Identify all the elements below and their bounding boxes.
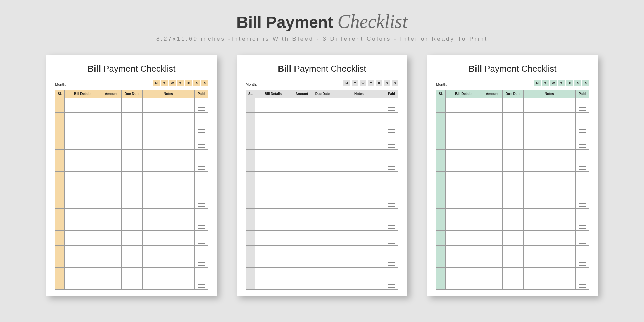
cell-notes[interactable] [143, 127, 195, 135]
cell-details[interactable] [255, 120, 291, 127]
cell-due[interactable] [503, 186, 524, 194]
cell-amount[interactable] [482, 282, 503, 290]
cell-amount[interactable] [291, 282, 312, 290]
cell-details[interactable] [65, 98, 101, 105]
day-box[interactable]: S [582, 80, 589, 86]
cell-details[interactable] [65, 209, 101, 216]
paid-checkbox[interactable] [388, 262, 395, 266]
cell-details[interactable] [65, 179, 101, 186]
cell-due[interactable] [312, 135, 333, 142]
cell-sl[interactable] [55, 179, 65, 186]
paid-checkbox[interactable] [388, 122, 395, 125]
day-box[interactable]: F [376, 80, 382, 86]
cell-notes[interactable] [143, 282, 195, 290]
cell-amount[interactable] [101, 164, 122, 172]
cell-details[interactable] [446, 238, 482, 246]
cell-notes[interactable] [143, 157, 195, 164]
paid-checkbox[interactable] [198, 270, 205, 273]
cell-details[interactable] [255, 209, 291, 216]
cell-amount[interactable] [101, 201, 122, 209]
cell-details[interactable] [65, 260, 101, 268]
cell-due[interactable] [503, 120, 524, 127]
cell-sl[interactable] [436, 113, 446, 120]
cell-sl[interactable] [55, 127, 65, 135]
cell-amount[interactable] [482, 260, 503, 268]
cell-notes[interactable] [143, 135, 195, 142]
cell-sl[interactable] [55, 201, 65, 209]
cell-details[interactable] [446, 150, 482, 157]
cell-notes[interactable] [333, 164, 385, 172]
cell-due[interactable] [503, 216, 524, 223]
cell-notes[interactable] [524, 253, 576, 260]
cell-amount[interactable] [291, 216, 312, 223]
paid-checkbox[interactable] [388, 284, 395, 288]
cell-due[interactable] [122, 98, 143, 105]
cell-amount[interactable] [291, 98, 312, 105]
cell-amount[interactable] [482, 120, 503, 127]
cell-amount[interactable] [291, 186, 312, 194]
cell-amount[interactable] [482, 127, 503, 135]
paid-checkbox[interactable] [198, 152, 205, 155]
cell-sl[interactable] [55, 268, 65, 275]
day-box[interactable]: T [542, 80, 549, 86]
cell-due[interactable] [503, 179, 524, 186]
paid-checkbox[interactable] [579, 137, 586, 140]
day-box[interactable]: T [177, 80, 184, 86]
cell-sl[interactable] [246, 260, 255, 268]
cell-due[interactable] [312, 275, 333, 282]
day-box[interactable]: T [161, 80, 168, 86]
cell-due[interactable] [122, 186, 143, 194]
cell-due[interactable] [312, 260, 333, 268]
cell-details[interactable] [255, 127, 291, 135]
cell-due[interactable] [312, 246, 333, 253]
cell-sl[interactable] [55, 194, 65, 201]
day-box[interactable]: W [169, 80, 176, 86]
cell-amount[interactable] [482, 246, 503, 253]
cell-due[interactable] [503, 98, 524, 105]
paid-checkbox[interactable] [579, 144, 586, 148]
cell-amount[interactable] [101, 142, 122, 150]
day-box[interactable]: M [534, 80, 541, 86]
cell-details[interactable] [65, 282, 101, 290]
cell-due[interactable] [503, 260, 524, 268]
cell-amount[interactable] [291, 246, 312, 253]
cell-sl[interactable] [246, 216, 255, 223]
cell-sl[interactable] [55, 98, 65, 105]
cell-notes[interactable] [333, 105, 385, 113]
cell-details[interactable] [446, 201, 482, 209]
cell-amount[interactable] [101, 120, 122, 127]
cell-details[interactable] [65, 172, 101, 179]
cell-sl[interactable] [436, 186, 446, 194]
day-box[interactable]: W [360, 80, 366, 86]
cell-amount[interactable] [101, 150, 122, 157]
cell-notes[interactable] [333, 150, 385, 157]
cell-amount[interactable] [101, 113, 122, 120]
cell-sl[interactable] [55, 142, 65, 150]
paid-checkbox[interactable] [579, 203, 586, 207]
cell-notes[interactable] [524, 135, 576, 142]
cell-amount[interactable] [101, 98, 122, 105]
cell-amount[interactable] [482, 238, 503, 246]
cell-notes[interactable] [524, 238, 576, 246]
cell-sl[interactable] [246, 150, 255, 157]
paid-checkbox[interactable] [198, 233, 205, 236]
cell-due[interactable] [122, 179, 143, 186]
cell-notes[interactable] [333, 282, 385, 290]
cell-sl[interactable] [436, 157, 446, 164]
cell-sl[interactable] [436, 98, 446, 105]
cell-notes[interactable] [524, 223, 576, 231]
cell-amount[interactable] [101, 186, 122, 194]
paid-checkbox[interactable] [388, 152, 395, 155]
cell-sl[interactable] [246, 98, 255, 105]
paid-checkbox[interactable] [198, 115, 205, 118]
paid-checkbox[interactable] [579, 189, 586, 192]
cell-due[interactable] [312, 231, 333, 238]
paid-checkbox[interactable] [579, 107, 586, 111]
cell-notes[interactable] [524, 120, 576, 127]
cell-amount[interactable] [291, 120, 312, 127]
cell-sl[interactable] [55, 105, 65, 113]
cell-details[interactable] [255, 164, 291, 172]
paid-checkbox[interactable] [388, 144, 395, 148]
paid-checkbox[interactable] [388, 129, 395, 133]
cell-due[interactable] [312, 209, 333, 216]
